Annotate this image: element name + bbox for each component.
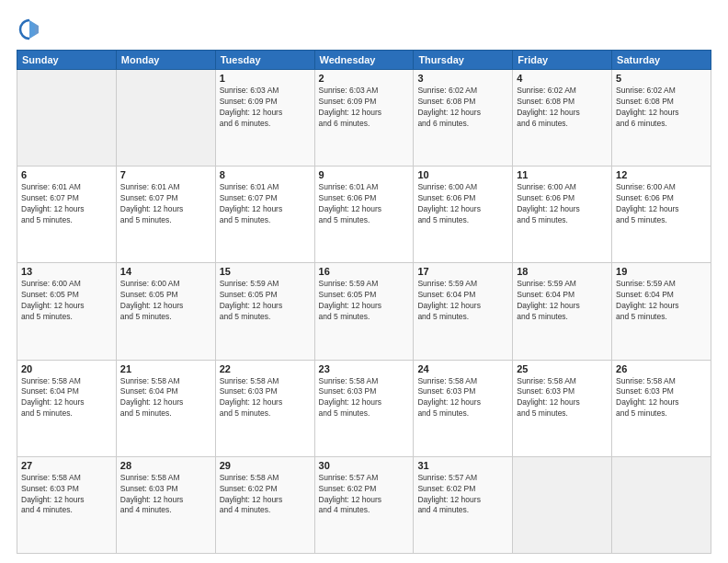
calendar-table: SundayMondayTuesdayWednesdayThursdayFrid… (17, 50, 711, 554)
week-row-2: 13Sunrise: 6:00 AM Sunset: 6:05 PM Dayli… (17, 263, 711, 360)
day-number: 6 (21, 169, 112, 180)
calendar-cell: 22Sunrise: 5:58 AM Sunset: 6:03 PM Dayli… (215, 360, 314, 456)
calendar-cell: 12Sunrise: 6:00 AM Sunset: 6:06 PM Dayli… (612, 167, 711, 263)
day-info: Sunrise: 6:03 AM Sunset: 6:09 PM Dayligh… (220, 86, 311, 130)
calendar-cell: 18Sunrise: 5:59 AM Sunset: 6:04 PM Dayli… (513, 263, 612, 360)
day-number: 29 (220, 460, 311, 471)
calendar-cell: 6Sunrise: 6:01 AM Sunset: 6:07 PM Daylig… (17, 167, 117, 263)
header (17, 17, 711, 42)
calendar-cell: 24Sunrise: 5:58 AM Sunset: 6:03 PM Dayli… (414, 360, 513, 456)
day-number: 19 (616, 266, 707, 277)
day-number: 22 (220, 363, 311, 374)
calendar-cell: 26Sunrise: 5:58 AM Sunset: 6:03 PM Dayli… (612, 360, 711, 456)
day-info: Sunrise: 5:57 AM Sunset: 6:02 PM Dayligh… (417, 473, 508, 517)
day-info: Sunrise: 5:58 AM Sunset: 6:03 PM Dayligh… (517, 376, 608, 420)
calendar-cell: 16Sunrise: 5:59 AM Sunset: 6:05 PM Dayli… (314, 263, 414, 360)
calendar-cell: 23Sunrise: 5:58 AM Sunset: 6:03 PM Dayli… (314, 360, 414, 456)
day-info: Sunrise: 6:03 AM Sunset: 6:09 PM Dayligh… (319, 86, 410, 130)
weekday-header-wednesday: Wednesday (314, 51, 414, 70)
day-info: Sunrise: 5:59 AM Sunset: 6:04 PM Dayligh… (517, 279, 608, 323)
day-number: 12 (616, 169, 707, 180)
day-info: Sunrise: 5:57 AM Sunset: 6:02 PM Dayligh… (319, 473, 410, 517)
day-info: Sunrise: 5:59 AM Sunset: 6:05 PM Dayligh… (220, 279, 311, 323)
day-number: 1 (220, 73, 311, 84)
day-number: 16 (319, 266, 410, 277)
day-info: Sunrise: 5:58 AM Sunset: 6:04 PM Dayligh… (21, 376, 112, 420)
calendar-cell: 1Sunrise: 6:03 AM Sunset: 6:09 PM Daylig… (215, 70, 314, 167)
day-info: Sunrise: 6:00 AM Sunset: 6:06 PM Dayligh… (616, 182, 707, 226)
day-number: 26 (616, 363, 707, 374)
weekday-header-thursday: Thursday (414, 51, 513, 70)
day-info: Sunrise: 6:00 AM Sunset: 6:05 PM Dayligh… (120, 279, 211, 323)
calendar-cell (513, 456, 612, 553)
week-row-1: 6Sunrise: 6:01 AM Sunset: 6:07 PM Daylig… (17, 167, 711, 263)
week-row-4: 27Sunrise: 5:58 AM Sunset: 6:03 PM Dayli… (17, 456, 711, 553)
calendar-cell: 15Sunrise: 5:59 AM Sunset: 6:05 PM Dayli… (215, 263, 314, 360)
day-number: 13 (21, 266, 112, 277)
day-info: Sunrise: 5:58 AM Sunset: 6:03 PM Dayligh… (220, 376, 311, 420)
calendar-cell: 11Sunrise: 6:00 AM Sunset: 6:06 PM Dayli… (513, 167, 612, 263)
day-info: Sunrise: 6:02 AM Sunset: 6:08 PM Dayligh… (616, 86, 707, 130)
calendar-cell: 9Sunrise: 6:01 AM Sunset: 6:06 PM Daylig… (314, 167, 414, 263)
weekday-header-saturday: Saturday (612, 51, 711, 70)
day-number: 9 (319, 169, 410, 180)
day-info: Sunrise: 5:58 AM Sunset: 6:03 PM Dayligh… (319, 376, 410, 420)
day-number: 20 (21, 363, 112, 374)
calendar-cell: 21Sunrise: 5:58 AM Sunset: 6:04 PM Dayli… (116, 360, 215, 456)
weekday-header-friday: Friday (513, 51, 612, 70)
calendar-cell: 7Sunrise: 6:01 AM Sunset: 6:07 PM Daylig… (116, 167, 215, 263)
weekday-header-sunday: Sunday (17, 51, 117, 70)
day-number: 2 (319, 73, 410, 84)
calendar-cell (612, 456, 711, 553)
day-info: Sunrise: 6:01 AM Sunset: 6:07 PM Dayligh… (21, 182, 112, 226)
day-number: 15 (220, 266, 311, 277)
calendar-cell: 8Sunrise: 6:01 AM Sunset: 6:07 PM Daylig… (215, 167, 314, 263)
calendar-cell: 13Sunrise: 6:00 AM Sunset: 6:05 PM Dayli… (17, 263, 117, 360)
day-info: Sunrise: 6:01 AM Sunset: 6:07 PM Dayligh… (220, 182, 311, 226)
weekday-header-tuesday: Tuesday (215, 51, 314, 70)
day-info: Sunrise: 5:59 AM Sunset: 6:05 PM Dayligh… (319, 279, 410, 323)
calendar-cell: 2Sunrise: 6:03 AM Sunset: 6:09 PM Daylig… (314, 70, 414, 167)
day-info: Sunrise: 5:58 AM Sunset: 6:02 PM Dayligh… (220, 473, 311, 517)
calendar-cell: 30Sunrise: 5:57 AM Sunset: 6:02 PM Dayli… (314, 456, 414, 553)
header-row: SundayMondayTuesdayWednesdayThursdayFrid… (17, 51, 711, 70)
day-info: Sunrise: 6:02 AM Sunset: 6:08 PM Dayligh… (417, 86, 508, 130)
day-info: Sunrise: 6:00 AM Sunset: 6:06 PM Dayligh… (517, 182, 608, 226)
weekday-header-monday: Monday (116, 51, 215, 70)
calendar-cell: 3Sunrise: 6:02 AM Sunset: 6:08 PM Daylig… (414, 70, 513, 167)
day-number: 11 (517, 169, 608, 180)
day-number: 21 (120, 363, 211, 374)
calendar-cell: 29Sunrise: 5:58 AM Sunset: 6:02 PM Dayli… (215, 456, 314, 553)
day-number: 5 (616, 73, 707, 84)
day-info: Sunrise: 6:01 AM Sunset: 6:07 PM Dayligh… (120, 182, 211, 226)
day-number: 31 (417, 460, 508, 471)
day-info: Sunrise: 5:59 AM Sunset: 6:04 PM Dayligh… (616, 279, 707, 323)
day-number: 3 (417, 73, 508, 84)
week-row-3: 20Sunrise: 5:58 AM Sunset: 6:04 PM Dayli… (17, 360, 711, 456)
calendar-cell: 19Sunrise: 5:59 AM Sunset: 6:04 PM Dayli… (612, 263, 711, 360)
calendar-cell: 27Sunrise: 5:58 AM Sunset: 6:03 PM Dayli… (17, 456, 117, 553)
calendar-cell (17, 70, 117, 167)
day-info: Sunrise: 5:58 AM Sunset: 6:04 PM Dayligh… (120, 376, 211, 420)
day-info: Sunrise: 6:01 AM Sunset: 6:06 PM Dayligh… (319, 182, 410, 226)
day-number: 10 (417, 169, 508, 180)
calendar-cell: 28Sunrise: 5:58 AM Sunset: 6:03 PM Dayli… (116, 456, 215, 553)
day-info: Sunrise: 5:58 AM Sunset: 6:03 PM Dayligh… (616, 376, 707, 420)
day-info: Sunrise: 6:00 AM Sunset: 6:05 PM Dayligh… (21, 279, 112, 323)
logo-icon (17, 17, 42, 42)
day-info: Sunrise: 6:02 AM Sunset: 6:08 PM Dayligh… (517, 86, 608, 130)
day-info: Sunrise: 5:58 AM Sunset: 6:03 PM Dayligh… (21, 473, 112, 517)
day-info: Sunrise: 5:59 AM Sunset: 6:04 PM Dayligh… (417, 279, 508, 323)
calendar-cell: 10Sunrise: 6:00 AM Sunset: 6:06 PM Dayli… (414, 167, 513, 263)
day-number: 24 (417, 363, 508, 374)
day-number: 30 (319, 460, 410, 471)
logo (17, 17, 46, 42)
calendar-cell: 31Sunrise: 5:57 AM Sunset: 6:02 PM Dayli… (414, 456, 513, 553)
day-number: 7 (120, 169, 211, 180)
page: SundayMondayTuesdayWednesdayThursdayFrid… (0, 0, 728, 563)
calendar-cell: 20Sunrise: 5:58 AM Sunset: 6:04 PM Dayli… (17, 360, 117, 456)
day-number: 23 (319, 363, 410, 374)
calendar-cell: 25Sunrise: 5:58 AM Sunset: 6:03 PM Dayli… (513, 360, 612, 456)
day-number: 27 (21, 460, 112, 471)
day-number: 4 (517, 73, 608, 84)
